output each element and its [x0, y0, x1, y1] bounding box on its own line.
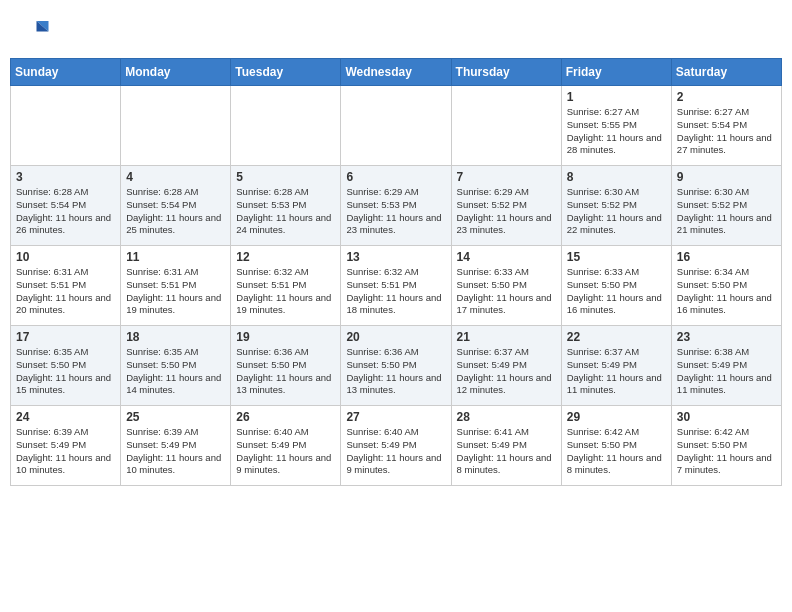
day-info: Sunrise: 6:42 AM Sunset: 5:50 PM Dayligh…	[677, 426, 776, 477]
day-info: Sunrise: 6:28 AM Sunset: 5:54 PM Dayligh…	[126, 186, 225, 237]
day-number: 14	[457, 250, 556, 264]
calendar-cell	[121, 86, 231, 166]
calendar-cell: 12Sunrise: 6:32 AM Sunset: 5:51 PM Dayli…	[231, 246, 341, 326]
weekday-header-sunday: Sunday	[11, 59, 121, 86]
calendar-cell: 15Sunrise: 6:33 AM Sunset: 5:50 PM Dayli…	[561, 246, 671, 326]
calendar-cell: 10Sunrise: 6:31 AM Sunset: 5:51 PM Dayli…	[11, 246, 121, 326]
day-number: 20	[346, 330, 445, 344]
day-number: 9	[677, 170, 776, 184]
calendar-cell: 27Sunrise: 6:40 AM Sunset: 5:49 PM Dayli…	[341, 406, 451, 486]
day-info: Sunrise: 6:31 AM Sunset: 5:51 PM Dayligh…	[16, 266, 115, 317]
day-number: 11	[126, 250, 225, 264]
day-number: 13	[346, 250, 445, 264]
day-info: Sunrise: 6:30 AM Sunset: 5:52 PM Dayligh…	[677, 186, 776, 237]
calendar-cell	[11, 86, 121, 166]
weekday-header-tuesday: Tuesday	[231, 59, 341, 86]
calendar-header: SundayMondayTuesdayWednesdayThursdayFrid…	[11, 59, 782, 86]
calendar-cell: 17Sunrise: 6:35 AM Sunset: 5:50 PM Dayli…	[11, 326, 121, 406]
calendar-cell: 21Sunrise: 6:37 AM Sunset: 5:49 PM Dayli…	[451, 326, 561, 406]
calendar-cell: 3Sunrise: 6:28 AM Sunset: 5:54 PM Daylig…	[11, 166, 121, 246]
calendar-cell: 24Sunrise: 6:39 AM Sunset: 5:49 PM Dayli…	[11, 406, 121, 486]
day-number: 10	[16, 250, 115, 264]
day-number: 22	[567, 330, 666, 344]
day-info: Sunrise: 6:29 AM Sunset: 5:53 PM Dayligh…	[346, 186, 445, 237]
calendar-cell: 23Sunrise: 6:38 AM Sunset: 5:49 PM Dayli…	[671, 326, 781, 406]
day-info: Sunrise: 6:37 AM Sunset: 5:49 PM Dayligh…	[567, 346, 666, 397]
day-number: 21	[457, 330, 556, 344]
calendar-cell	[451, 86, 561, 166]
day-number: 24	[16, 410, 115, 424]
day-info: Sunrise: 6:31 AM Sunset: 5:51 PM Dayligh…	[126, 266, 225, 317]
day-number: 15	[567, 250, 666, 264]
calendar-cell: 30Sunrise: 6:42 AM Sunset: 5:50 PM Dayli…	[671, 406, 781, 486]
day-info: Sunrise: 6:36 AM Sunset: 5:50 PM Dayligh…	[346, 346, 445, 397]
calendar-cell: 1Sunrise: 6:27 AM Sunset: 5:55 PM Daylig…	[561, 86, 671, 166]
calendar-cell: 29Sunrise: 6:42 AM Sunset: 5:50 PM Dayli…	[561, 406, 671, 486]
week-row-5: 24Sunrise: 6:39 AM Sunset: 5:49 PM Dayli…	[11, 406, 782, 486]
day-info: Sunrise: 6:39 AM Sunset: 5:49 PM Dayligh…	[16, 426, 115, 477]
day-info: Sunrise: 6:33 AM Sunset: 5:50 PM Dayligh…	[567, 266, 666, 317]
day-info: Sunrise: 6:34 AM Sunset: 5:50 PM Dayligh…	[677, 266, 776, 317]
day-info: Sunrise: 6:32 AM Sunset: 5:51 PM Dayligh…	[346, 266, 445, 317]
logo	[20, 15, 52, 45]
week-row-3: 10Sunrise: 6:31 AM Sunset: 5:51 PM Dayli…	[11, 246, 782, 326]
calendar-cell: 13Sunrise: 6:32 AM Sunset: 5:51 PM Dayli…	[341, 246, 451, 326]
calendar-cell: 26Sunrise: 6:40 AM Sunset: 5:49 PM Dayli…	[231, 406, 341, 486]
calendar-cell: 2Sunrise: 6:27 AM Sunset: 5:54 PM Daylig…	[671, 86, 781, 166]
day-info: Sunrise: 6:36 AM Sunset: 5:50 PM Dayligh…	[236, 346, 335, 397]
day-info: Sunrise: 6:28 AM Sunset: 5:54 PM Dayligh…	[16, 186, 115, 237]
day-number: 17	[16, 330, 115, 344]
day-number: 1	[567, 90, 666, 104]
calendar-cell: 8Sunrise: 6:30 AM Sunset: 5:52 PM Daylig…	[561, 166, 671, 246]
day-number: 8	[567, 170, 666, 184]
calendar-cell: 5Sunrise: 6:28 AM Sunset: 5:53 PM Daylig…	[231, 166, 341, 246]
calendar-cell: 7Sunrise: 6:29 AM Sunset: 5:52 PM Daylig…	[451, 166, 561, 246]
weekday-header-monday: Monday	[121, 59, 231, 86]
day-number: 18	[126, 330, 225, 344]
day-number: 30	[677, 410, 776, 424]
day-info: Sunrise: 6:35 AM Sunset: 5:50 PM Dayligh…	[16, 346, 115, 397]
day-info: Sunrise: 6:28 AM Sunset: 5:53 PM Dayligh…	[236, 186, 335, 237]
week-row-4: 17Sunrise: 6:35 AM Sunset: 5:50 PM Dayli…	[11, 326, 782, 406]
day-info: Sunrise: 6:27 AM Sunset: 5:54 PM Dayligh…	[677, 106, 776, 157]
weekday-header-friday: Friday	[561, 59, 671, 86]
calendar-cell: 11Sunrise: 6:31 AM Sunset: 5:51 PM Dayli…	[121, 246, 231, 326]
page-header	[10, 10, 782, 50]
day-number: 29	[567, 410, 666, 424]
day-number: 2	[677, 90, 776, 104]
day-info: Sunrise: 6:30 AM Sunset: 5:52 PM Dayligh…	[567, 186, 666, 237]
weekday-row: SundayMondayTuesdayWednesdayThursdayFrid…	[11, 59, 782, 86]
day-number: 3	[16, 170, 115, 184]
day-number: 27	[346, 410, 445, 424]
calendar-body: 1Sunrise: 6:27 AM Sunset: 5:55 PM Daylig…	[11, 86, 782, 486]
calendar-cell: 9Sunrise: 6:30 AM Sunset: 5:52 PM Daylig…	[671, 166, 781, 246]
day-info: Sunrise: 6:40 AM Sunset: 5:49 PM Dayligh…	[236, 426, 335, 477]
week-row-1: 1Sunrise: 6:27 AM Sunset: 5:55 PM Daylig…	[11, 86, 782, 166]
day-info: Sunrise: 6:32 AM Sunset: 5:51 PM Dayligh…	[236, 266, 335, 317]
day-info: Sunrise: 6:38 AM Sunset: 5:49 PM Dayligh…	[677, 346, 776, 397]
calendar-cell: 18Sunrise: 6:35 AM Sunset: 5:50 PM Dayli…	[121, 326, 231, 406]
day-number: 12	[236, 250, 335, 264]
calendar-cell: 4Sunrise: 6:28 AM Sunset: 5:54 PM Daylig…	[121, 166, 231, 246]
day-number: 19	[236, 330, 335, 344]
calendar-cell: 14Sunrise: 6:33 AM Sunset: 5:50 PM Dayli…	[451, 246, 561, 326]
calendar-cell: 28Sunrise: 6:41 AM Sunset: 5:49 PM Dayli…	[451, 406, 561, 486]
day-number: 7	[457, 170, 556, 184]
day-info: Sunrise: 6:35 AM Sunset: 5:50 PM Dayligh…	[126, 346, 225, 397]
day-info: Sunrise: 6:40 AM Sunset: 5:49 PM Dayligh…	[346, 426, 445, 477]
day-number: 26	[236, 410, 335, 424]
weekday-header-thursday: Thursday	[451, 59, 561, 86]
day-number: 5	[236, 170, 335, 184]
calendar-cell: 22Sunrise: 6:37 AM Sunset: 5:49 PM Dayli…	[561, 326, 671, 406]
day-info: Sunrise: 6:41 AM Sunset: 5:49 PM Dayligh…	[457, 426, 556, 477]
day-info: Sunrise: 6:39 AM Sunset: 5:49 PM Dayligh…	[126, 426, 225, 477]
calendar-cell: 19Sunrise: 6:36 AM Sunset: 5:50 PM Dayli…	[231, 326, 341, 406]
day-number: 6	[346, 170, 445, 184]
day-info: Sunrise: 6:33 AM Sunset: 5:50 PM Dayligh…	[457, 266, 556, 317]
day-info: Sunrise: 6:27 AM Sunset: 5:55 PM Dayligh…	[567, 106, 666, 157]
calendar: SundayMondayTuesdayWednesdayThursdayFrid…	[10, 58, 782, 486]
day-info: Sunrise: 6:37 AM Sunset: 5:49 PM Dayligh…	[457, 346, 556, 397]
day-number: 25	[126, 410, 225, 424]
calendar-cell: 25Sunrise: 6:39 AM Sunset: 5:49 PM Dayli…	[121, 406, 231, 486]
day-number: 28	[457, 410, 556, 424]
